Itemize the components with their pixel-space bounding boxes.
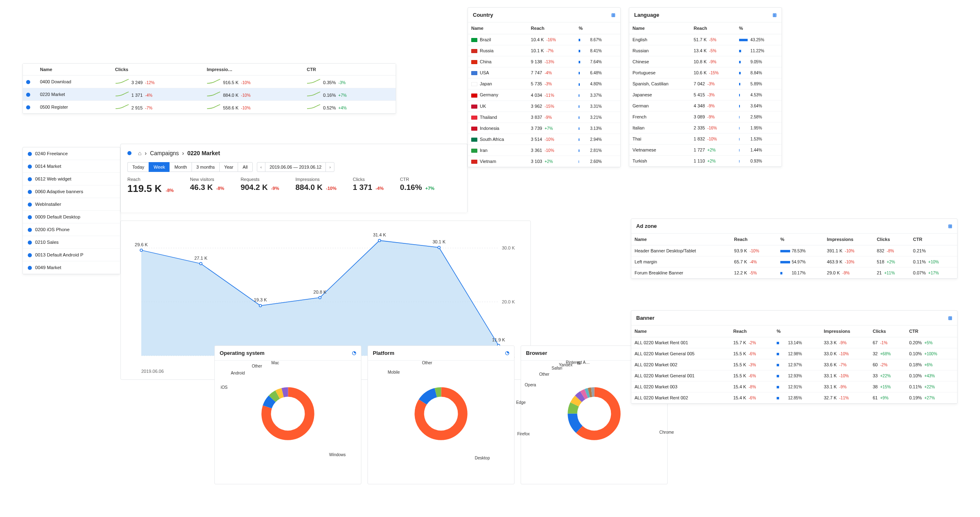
svg-text:20.8 K: 20.8 K bbox=[314, 290, 327, 294]
adzone-panel: Ad zone⊞ NameReach%ImpressionsClicksCTRH… bbox=[631, 218, 958, 279]
grid-icon[interactable]: ⊞ bbox=[611, 12, 615, 18]
table-row[interactable]: English 51.7 K -5% 43.25% bbox=[629, 34, 782, 45]
grid-icon[interactable]: ⊞ bbox=[773, 12, 777, 18]
tab-week[interactable]: Week bbox=[149, 162, 169, 172]
table-row[interactable]: Spanish, Castilian 7 042 -3% 5.89% bbox=[629, 78, 782, 89]
svg-point-10 bbox=[259, 304, 262, 307]
table-row[interactable]: Germany 4 034 -11% 3.37% bbox=[468, 89, 620, 100]
table-row[interactable]: Russia 10.1 K -7% 8.41% bbox=[468, 45, 620, 56]
chevron-right-icon[interactable]: › bbox=[325, 163, 334, 172]
table-row[interactable]: ALL 0220 Market 003 15.4 K -8% 12.91% 33… bbox=[631, 381, 957, 392]
table-row[interactable]: Brazil 10.4 K -16% 8.67% bbox=[468, 34, 620, 45]
svg-point-14 bbox=[378, 239, 381, 242]
table-row[interactable]: ALL 0220 Market Rent 001 15.7 K -2% 13.1… bbox=[631, 337, 957, 348]
list-item[interactable]: 0200 iOS Phone bbox=[23, 223, 120, 236]
donut-label: Other bbox=[422, 361, 432, 365]
table-row[interactable]: Japan 5 735 -3% 4.80% bbox=[468, 78, 620, 89]
table-row[interactable]: Vietnam 3 103 +2% 2.60% bbox=[468, 156, 620, 167]
kpi-ctr: CTR0.16% +7% bbox=[400, 177, 434, 194]
table-row[interactable]: Left margin 65.7 K -4% 54.97% 463.9 K -1… bbox=[631, 256, 957, 267]
list-item[interactable]: WebInstaller bbox=[23, 198, 120, 211]
kpi-reach: Reach119.5 K -8% bbox=[127, 177, 174, 194]
table-row[interactable]: 0500 Register 2 915 -7% 558.6 K -10% 0.5… bbox=[23, 101, 396, 114]
donut-label: Other bbox=[252, 364, 262, 368]
banner-panel: Banner⊞ NameReach%ImpressionsClicksCTRAL… bbox=[631, 310, 958, 404]
svg-text:30.0 K: 30.0 K bbox=[502, 245, 515, 250]
tab-month[interactable]: Month bbox=[169, 162, 192, 172]
table-row[interactable]: ALL 0220 Market General 005 15.5 K -6% 1… bbox=[631, 348, 957, 359]
pie-icon[interactable]: ◔ bbox=[352, 350, 356, 356]
col-name: Name bbox=[37, 64, 112, 76]
list-item[interactable]: 0009 Default Desktop bbox=[23, 211, 120, 223]
donut-label: Chrome bbox=[659, 430, 674, 435]
donut-label: Edge bbox=[516, 400, 526, 405]
date-range-picker[interactable]: ‹ 2019.06.06 — 2019.06.12 › bbox=[257, 162, 335, 172]
table-row[interactable]: German 4 348 -9% 3.64% bbox=[629, 100, 782, 111]
table-row[interactable]: Russian 13.4 K -5% 11.22% bbox=[629, 45, 782, 56]
list-item[interactable]: 0612 Web widget bbox=[23, 173, 120, 185]
table-row[interactable]: 0220 Market 1 371 -4% 884.0 K -10% 0.16%… bbox=[23, 88, 396, 101]
table-row[interactable]: 0400 Download 3 249 -12% 916.5 K -10% 0.… bbox=[23, 76, 396, 88]
table-row[interactable]: Portuguese 10.6 K -15% 8.84% bbox=[629, 67, 782, 78]
table-row[interactable]: Indonesia 3 739 +7% 3.13% bbox=[468, 123, 620, 134]
table-row[interactable]: Header Banner Desktop/Tablet 93.9 K -10%… bbox=[631, 245, 957, 256]
table-row[interactable]: Iran 3 361 -10% 2.81% bbox=[468, 145, 620, 156]
list-item[interactable]: 0049 Market bbox=[23, 261, 120, 274]
tab-today[interactable]: Today bbox=[127, 162, 149, 172]
tab-year[interactable]: Year bbox=[219, 162, 238, 172]
table-row[interactable]: Italian 2 335 -16% 1.95% bbox=[629, 123, 782, 134]
donut-label: Firefox bbox=[517, 432, 530, 436]
date-range-text[interactable]: 2019.06.06 — 2019.06.12 bbox=[265, 163, 325, 172]
kpi-impressions: Impressions884.0 K -10% bbox=[296, 177, 337, 194]
chevron-left-icon[interactable]: ‹ bbox=[257, 163, 266, 172]
table-row[interactable]: Vietnamese 1 727 +2% 1.44% bbox=[629, 145, 782, 156]
home-icon[interactable]: ⌂ bbox=[138, 150, 141, 156]
table-row[interactable]: USA 7 747 -4% 6.48% bbox=[468, 67, 620, 78]
col-imp: Impressio… bbox=[203, 64, 303, 76]
svg-text:2019.06.06: 2019.06.06 bbox=[141, 369, 164, 374]
table-row[interactable]: Chinese 10.8 K -9% 9.05% bbox=[629, 56, 782, 67]
donut-label: Desktop bbox=[475, 456, 490, 460]
table-row[interactable]: ALL 0220 Market Rent 002 15.4 K -6% 12.8… bbox=[631, 392, 957, 403]
svg-text:11.9 K: 11.9 K bbox=[492, 337, 505, 342]
table-row[interactable]: French 3 089 -9% 2.58% bbox=[629, 111, 782, 123]
svg-text:31.4 K: 31.4 K bbox=[373, 232, 386, 237]
svg-text:20.0 K: 20.0 K bbox=[502, 299, 515, 304]
table-row[interactable]: ALL 0220 Market General 001 15.5 K -6% 1… bbox=[631, 370, 957, 381]
list-item[interactable]: 0240 Freelance bbox=[23, 147, 120, 160]
table-row[interactable]: Japanese 5 415 -3% 4.53% bbox=[629, 89, 782, 100]
table-row[interactable]: ALL 0220 Market 002 15.5 K -3% 12.97% 33… bbox=[631, 359, 957, 370]
list-item[interactable]: 0060 Adaptive banners bbox=[23, 185, 120, 198]
campaign-detail-header: ⌂ › Campaigns › 0220 Market TodayWeekMon… bbox=[120, 144, 468, 212]
donut-label: Other bbox=[539, 372, 549, 377]
list-item[interactable]: 0210 Sales bbox=[23, 236, 120, 249]
col-ctr: CTR bbox=[303, 64, 396, 76]
tab-3 months[interactable]: 3 months bbox=[192, 162, 219, 172]
time-range-tabs: TodayWeekMonth3 monthsYearAll ‹ 2019.06.… bbox=[121, 162, 467, 177]
grid-icon[interactable]: ⊞ bbox=[948, 315, 952, 321]
crumb-campaigns[interactable]: Campaigns bbox=[150, 150, 179, 156]
table-row[interactable]: China 9 138 -13% 7.64% bbox=[468, 56, 620, 67]
status-dot bbox=[127, 151, 131, 155]
pie-icon[interactable]: ◔ bbox=[505, 350, 509, 356]
svg-point-6 bbox=[140, 249, 143, 252]
breadcrumb: ⌂ › Campaigns › 0220 Market bbox=[121, 144, 467, 162]
list-item[interactable]: 0014 Market bbox=[23, 160, 120, 173]
table-row[interactable]: Thailand 3 837 -9% 3.21% bbox=[468, 111, 620, 123]
donut-label: Windows bbox=[329, 452, 346, 457]
table-row[interactable]: South Africa 3 514 -10% 2.94% bbox=[468, 134, 620, 145]
table-row[interactable]: UK 3 962 -15% 3.31% bbox=[468, 100, 620, 111]
table-row[interactable]: Turkish 1 110 +2% 0.93% bbox=[629, 156, 782, 167]
grid-icon[interactable]: ⊞ bbox=[948, 223, 952, 229]
country-panel: Country⊞ Name Reach % Brazil 10.4 K -16%… bbox=[468, 7, 621, 167]
col-clicks: Clicks bbox=[112, 64, 203, 76]
tab-all[interactable]: All bbox=[238, 162, 252, 172]
platform-donut-panel: Platform◔ DesktopMobileOther bbox=[368, 345, 514, 484]
svg-text:29.6 K: 29.6 K bbox=[135, 242, 148, 247]
donut-label: Mac bbox=[272, 361, 279, 365]
list-item[interactable]: 0013 Default Android P bbox=[23, 249, 120, 261]
table-row[interactable]: Forum Breakline Banner 12.2 K -5% 10.17%… bbox=[631, 267, 957, 279]
svg-point-28 bbox=[419, 392, 463, 435]
table-row[interactable]: Thai 1 832 -10% 1.53% bbox=[629, 134, 782, 145]
campaigns-table: Name Clicks Impressio… CTR 0400 Download… bbox=[22, 63, 396, 114]
